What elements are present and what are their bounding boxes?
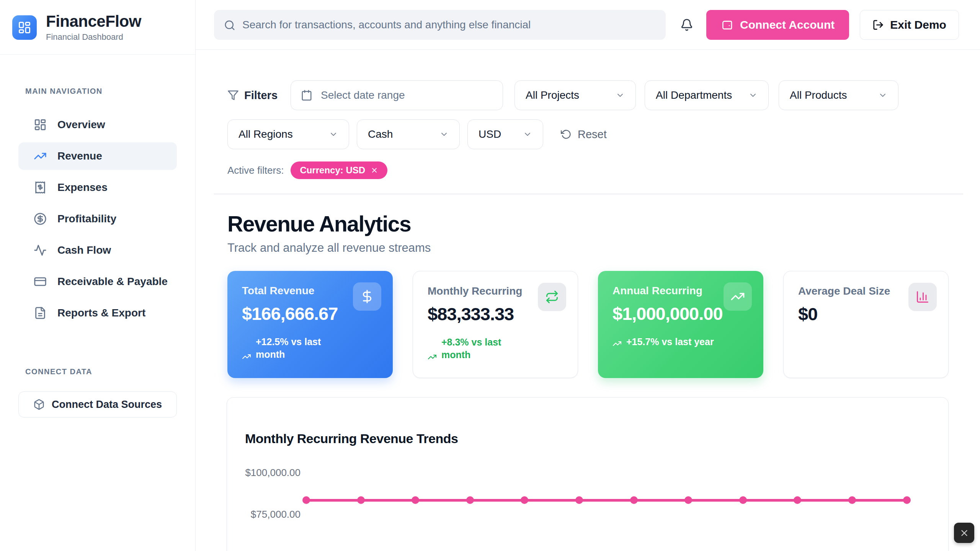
rotate-ccw-icon xyxy=(561,129,572,140)
regions-dropdown-value: All Regions xyxy=(238,128,293,140)
search-input[interactable] xyxy=(214,10,666,40)
brand-text: FinanceFlow Financial Dashboard xyxy=(46,13,141,42)
cube-icon xyxy=(33,399,45,410)
sidebar-item-label: Overview xyxy=(57,119,105,131)
connect-data-sources-button[interactable]: Connect Data Sources xyxy=(18,391,177,417)
metric-change: +8.3% vs last month xyxy=(428,336,563,362)
chevron-down-icon xyxy=(329,130,338,139)
connect-account-label: Connect Account xyxy=(740,18,835,31)
data-point-marker xyxy=(302,496,310,504)
sidebar-item-label: Profitability xyxy=(57,213,116,225)
metric-change: +15.7% vs last year xyxy=(612,336,749,349)
departments-dropdown[interactable]: All Departments xyxy=(645,80,769,110)
data-point-marker xyxy=(739,496,747,504)
data-point-marker xyxy=(466,496,474,504)
projects-dropdown[interactable]: All Projects xyxy=(514,80,636,110)
line-segment xyxy=(306,499,361,502)
basis-dropdown-value: Cash xyxy=(368,128,393,140)
date-range-input[interactable]: Select date range xyxy=(291,80,503,110)
calendar-icon xyxy=(301,90,312,101)
metric-change-text: +12.5% vs last month xyxy=(256,336,342,362)
data-point-marker xyxy=(794,496,801,504)
sidebar-item-reports-export[interactable]: Reports & Export xyxy=(18,299,177,327)
brand-name: FinanceFlow xyxy=(46,13,141,30)
data-point-marker xyxy=(903,496,911,504)
app-logo-icon xyxy=(12,15,37,40)
products-dropdown[interactable]: All Products xyxy=(779,80,898,110)
trend-up-icon xyxy=(428,352,437,362)
sidebar-nav: Overview Revenue Expenses Profitability … xyxy=(0,111,195,331)
sidebar: FinanceFlow Financial Dashboard MAIN NAV… xyxy=(0,0,196,551)
page-heading: Revenue Analytics Track and analyze all … xyxy=(227,211,963,255)
regions-dropdown[interactable]: All Regions xyxy=(227,119,349,149)
reset-filters-button[interactable]: Reset xyxy=(561,128,607,141)
sidebar-item-overview[interactable]: Overview xyxy=(18,111,177,139)
close-x-icon xyxy=(959,528,969,538)
basis-dropdown[interactable]: Cash xyxy=(357,119,460,149)
metric-card-average-deal-size: Average Deal Size $0 xyxy=(783,271,949,378)
brand-block: FinanceFlow Financial Dashboard xyxy=(0,0,195,55)
trend-up-icon xyxy=(242,352,251,361)
metric-card-monthly-recurring: Monthly Recurring $83,333.33 +8.3% vs la… xyxy=(413,271,578,378)
bell-icon xyxy=(680,18,693,31)
line-segment xyxy=(579,499,634,502)
repeat-icon xyxy=(538,283,566,311)
currency-dropdown[interactable]: USD xyxy=(467,119,543,149)
line-segment xyxy=(361,499,416,502)
line-segment xyxy=(797,499,852,502)
line-segment xyxy=(470,499,525,502)
metric-cards: Total Revenue $166,666.67 +12.5% vs last… xyxy=(227,271,949,378)
currency-filter-chip-label: Currency: USD xyxy=(300,165,365,176)
exit-demo-button[interactable]: Exit Demo xyxy=(860,10,959,40)
data-point-marker xyxy=(848,496,856,504)
trending-up-icon xyxy=(724,282,752,311)
line-segment xyxy=(743,499,798,502)
data-point-marker xyxy=(412,496,419,504)
metric-card-annual-recurring: Annual Recurring $1,000,000.00 +15.7% vs… xyxy=(598,271,763,378)
circle-dollar-icon xyxy=(34,212,47,225)
metric-change-text: +8.3% vs last month xyxy=(441,336,528,362)
notifications-button[interactable] xyxy=(680,18,693,31)
currency-filter-chip[interactable]: Currency: USD xyxy=(291,161,387,179)
exit-demo-label: Exit Demo xyxy=(890,18,946,31)
sidebar-item-expenses[interactable]: Expenses xyxy=(18,174,177,201)
sidebar-item-cash-flow[interactable]: Cash Flow xyxy=(18,236,177,264)
main-column: Connect Account Exit Demo Filters Selec xyxy=(196,0,980,551)
sidebar-item-label: Cash Flow xyxy=(57,244,111,256)
products-dropdown-value: All Products xyxy=(790,89,847,101)
filters-section: Filters Select date range All Projects A… xyxy=(227,80,963,179)
search-bar xyxy=(214,10,666,40)
dollar-sign-icon xyxy=(353,282,381,311)
sidebar-item-label: Receivable & Payable xyxy=(57,276,168,288)
sidebar-item-label: Expenses xyxy=(57,181,108,194)
reset-label: Reset xyxy=(578,128,607,141)
revenue-trend-plot: $100,000.00$75,000.00$50,000.00 xyxy=(227,398,948,551)
page-subtitle: Track and analyze all revenue streams xyxy=(227,241,963,255)
departments-dropdown-value: All Departments xyxy=(656,89,732,101)
remove-filter-x-icon[interactable] xyxy=(371,166,378,174)
credit-card-icon xyxy=(34,275,47,288)
projects-dropdown-value: All Projects xyxy=(526,89,579,101)
content: Filters Select date range All Projects A… xyxy=(196,50,980,551)
data-point-marker xyxy=(357,496,365,504)
activity-icon xyxy=(34,244,47,257)
line-segment xyxy=(634,499,689,502)
metric-change: +12.5% vs last month xyxy=(242,336,378,362)
mrr-trends-chart-card: Monthly Recurring Revenue Trends $100,00… xyxy=(227,397,949,551)
wallet-icon xyxy=(721,19,733,31)
receipt-icon xyxy=(34,181,47,194)
filter-funnel-icon xyxy=(227,90,239,101)
sidebar-item-revenue[interactable]: Revenue xyxy=(18,142,177,170)
sidebar-item-profitability[interactable]: Profitability xyxy=(18,205,177,233)
bar-chart-icon xyxy=(908,283,937,311)
chevron-down-icon xyxy=(523,130,532,139)
main-navigation-header: MAIN NAVIGATION xyxy=(25,87,195,96)
y-axis-tick-label: $100,000.00 xyxy=(227,466,301,478)
dismiss-overlay-button[interactable] xyxy=(954,523,974,543)
file-text-icon xyxy=(34,306,47,320)
sidebar-item-receivable-payable[interactable]: Receivable & Payable xyxy=(18,268,177,295)
data-point-marker xyxy=(684,496,692,504)
line-segment xyxy=(688,499,743,502)
filters-label: Filters xyxy=(244,89,278,102)
connect-account-button[interactable]: Connect Account xyxy=(706,10,849,40)
